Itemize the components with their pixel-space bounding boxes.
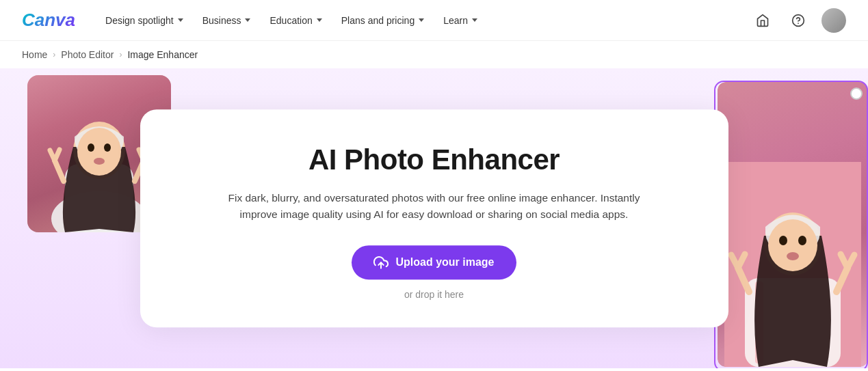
svg-point-21 xyxy=(798,236,806,245)
avatar-image xyxy=(821,8,846,33)
svg-point-6 xyxy=(88,143,94,152)
breadcrumb-photo-editor[interactable]: Photo Editor xyxy=(61,49,114,60)
nav-label-design-spotlight: Design spotlight xyxy=(105,15,174,26)
upload-icon xyxy=(373,255,389,270)
chevron-down-icon xyxy=(178,18,183,22)
person-right-silhouette xyxy=(724,162,861,367)
home-icon xyxy=(756,14,770,27)
breadcrumb-home[interactable]: Home xyxy=(22,49,47,60)
svg-point-5 xyxy=(77,128,121,176)
svg-line-11 xyxy=(55,150,60,161)
home-icon-button[interactable] xyxy=(750,8,775,33)
svg-point-7 xyxy=(104,143,111,152)
right-photo xyxy=(718,82,868,367)
breadcrumb-separator-1: › xyxy=(53,50,55,59)
breadcrumb-current: Image Enhancer xyxy=(127,49,198,60)
nav-label-plans-pricing: Plans and pricing xyxy=(341,15,415,26)
nav-label-learn: Learn xyxy=(443,15,468,26)
upload-button-label: Upload your image xyxy=(395,256,494,269)
hero-title: AI Photo Enhancer xyxy=(195,143,674,176)
avatar[interactable] xyxy=(821,8,846,33)
svg-point-22 xyxy=(787,252,799,260)
main-content: AI Photo Enhancer Fix dark, blurry, and … xyxy=(0,68,868,368)
nav-item-design-spotlight[interactable]: Design spotlight xyxy=(97,10,192,31)
svg-point-8 xyxy=(94,158,105,165)
help-icon xyxy=(791,14,805,27)
navbar: Canva Design spotlight Business Educatio… xyxy=(0,0,868,41)
person-left-silhouette xyxy=(44,82,154,232)
nav-item-business[interactable]: Business xyxy=(194,10,259,31)
hero-card: AI Photo Enhancer Fix dark, blurry, and … xyxy=(140,109,728,328)
chevron-down-icon xyxy=(245,18,250,22)
hero-description: Fix dark, blurry, and oversaturated phot… xyxy=(222,190,646,224)
breadcrumb-separator-2: › xyxy=(119,50,122,59)
svg-point-20 xyxy=(779,236,787,245)
deco-right xyxy=(718,82,868,367)
nav-right xyxy=(750,8,846,33)
chevron-down-icon xyxy=(317,18,322,22)
nav-item-learn[interactable]: Learn xyxy=(435,10,486,31)
nav-label-business: Business xyxy=(202,15,241,26)
nav-item-education[interactable]: Education xyxy=(261,10,330,31)
chevron-down-icon xyxy=(419,18,424,22)
nav-label-education: Education xyxy=(269,15,312,26)
chevron-down-icon xyxy=(472,18,477,22)
upload-button[interactable]: Upload your image xyxy=(352,245,516,279)
breadcrumb: Home › Photo Editor › Image Enhancer xyxy=(0,41,868,68)
corner-circle xyxy=(850,87,863,100)
svg-line-9 xyxy=(55,161,64,181)
drop-text: or drop it here xyxy=(195,289,674,300)
nav-item-plans-pricing[interactable]: Plans and pricing xyxy=(333,10,432,31)
canva-logo[interactable]: Canva xyxy=(22,10,75,31)
svg-point-19 xyxy=(768,219,817,271)
help-icon-button[interactable] xyxy=(786,8,811,33)
nav-items: Design spotlight Business Education Plan… xyxy=(97,10,750,31)
